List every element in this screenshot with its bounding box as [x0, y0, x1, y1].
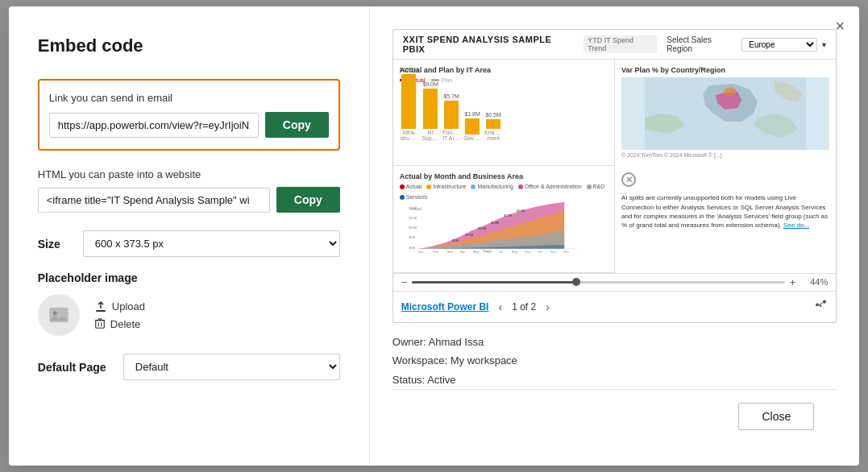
nav-prev-button[interactable]: ‹ — [498, 300, 502, 313]
preview-left-col: Actual and Plan by IT Area Actual Plan $… — [393, 60, 615, 273]
modal-overlay: Embed code Link you can send in email Co… — [0, 0, 868, 472]
error-text: AI splits are currently unsupported both… — [621, 193, 829, 230]
bar-group-1: $15.2M Infra-structure — [400, 67, 418, 141]
meta-owner: Owner: Ahmad Issa — [392, 333, 837, 351]
legend-mfg: Manufacturing — [471, 184, 513, 189]
svg-text:$15M: $15M — [409, 216, 417, 220]
svg-text:May: May — [473, 250, 480, 254]
default-page-label: Default Page — [38, 361, 110, 374]
modal-right-panel: × XXIT SPEND ANALYSIS SAMPLE PBIX YTD IT… — [370, 6, 859, 466]
preview-region-row: Select Sales Region Europe North America… — [667, 35, 826, 53]
default-page-select[interactable]: Default Page 1 Page 2 — [123, 354, 340, 380]
delete-label: Delete — [110, 318, 141, 330]
bar-label-2: BISupport — [422, 130, 439, 141]
svg-text:Nov: Nov — [550, 250, 556, 254]
delete-button[interactable]: Delete — [94, 318, 145, 330]
svg-text:Month: Month — [483, 249, 492, 253]
svg-text:$11M: $11M — [465, 233, 473, 237]
close-icon-button[interactable]: × — [836, 18, 845, 34]
svg-text:$5M: $5M — [452, 238, 459, 242]
size-select[interactable]: 600 x 373.5 px 800 x 500 px 1024 x 640 p… — [83, 230, 340, 257]
svg-text:Mar: Mar — [447, 250, 454, 254]
powerbi-link[interactable]: Microsoft Power BI — [401, 301, 489, 313]
page-indicator: 1 of 2 — [512, 301, 536, 313]
link-section-box: Link you can send in email Copy — [38, 79, 340, 151]
html-section-label: HTML you can paste into a website — [38, 168, 340, 180]
svg-text:$24M: $24M — [517, 209, 525, 213]
svg-text:Jul: Jul — [499, 250, 503, 254]
preview-body: Actual and Plan by IT Area Actual Plan $… — [393, 60, 836, 273]
preview-header: XXIT SPEND ANALYSIS SAMPLE PBIX YTD IT S… — [393, 30, 836, 60]
preview-report-tag: YTD IT Spend Trend — [584, 35, 657, 53]
svg-text:$24M: $24M — [409, 206, 417, 210]
bar-group-3: $5.7M FunctionalIT Area — [442, 93, 460, 141]
placeholder-controls: Upload Delete — [38, 294, 340, 336]
meta-section: Owner: Ahmad Issa Workspace: My workspac… — [392, 323, 837, 389]
html-input-row: Copy — [38, 187, 340, 213]
svg-text:$0M: $0M — [409, 246, 415, 250]
modal-footer: Close — [392, 389, 837, 443]
meta-workspace: Workspace: My workspace — [392, 351, 837, 370]
close-modal-button[interactable]: Close — [738, 403, 814, 430]
size-section: Size 600 x 373.5 px 800 x 500 px 1024 x … — [38, 230, 340, 257]
svg-text:$27M: $27M — [504, 213, 512, 217]
bar-governance — [465, 118, 480, 135]
html-iframe-input[interactable] — [38, 188, 270, 213]
legend-rd: R&D — [587, 184, 605, 189]
map-placeholder — [621, 77, 829, 150]
area-chart-label: Actual by Month and Business Area — [400, 172, 608, 180]
bar-bisupport — [423, 89, 438, 129]
map-panel: Var Plan % by Country/Region — [615, 60, 836, 166]
nav-next-button[interactable]: › — [546, 300, 550, 313]
copy-link-button[interactable]: Copy — [265, 112, 329, 138]
legend-actual: Actual — [400, 184, 422, 189]
bar-chart-bars: $15.2M Infra-structure $9.0M BISupport — [400, 86, 608, 143]
placeholder-label: Placeholder image — [38, 271, 340, 284]
svg-text:Aug: Aug — [512, 250, 517, 254]
zoom-slider[interactable] — [412, 281, 784, 284]
legend-office: Office & Administration — [518, 184, 582, 189]
svg-text:$5M: $5M — [409, 235, 415, 239]
embed-code-modal: Embed code Link you can send in email Co… — [9, 6, 859, 466]
preview-region-label: Select Sales Region — [667, 35, 737, 53]
zoom-plus-button[interactable]: + — [790, 277, 796, 288]
map-attribution: © 2024 TomTom © 2024 Microsoft © [...] — [621, 152, 829, 158]
image-icon — [48, 304, 70, 326]
svg-text:$19M: $19M — [491, 221, 499, 225]
map-svg — [621, 77, 829, 150]
svg-text:$16M: $16M — [478, 226, 486, 230]
bar-infrastructure — [401, 74, 416, 129]
zoom-bar: − + 44% — [393, 273, 836, 291]
trash-icon — [94, 318, 106, 329]
placeholder-section: Placeholder image — [38, 271, 340, 336]
error-panel: ✕ AI splits are currently unsupported bo… — [615, 166, 836, 272]
bar-chart-panel: Actual and Plan by IT Area Actual Plan $… — [393, 60, 614, 166]
bar-label-1: Infra-structure — [400, 130, 417, 141]
bar-enablement — [486, 119, 500, 129]
zoom-minus-button[interactable]: − — [401, 277, 408, 288]
svg-text:Feb: Feb — [433, 250, 439, 254]
size-label: Size — [38, 238, 70, 250]
copy-html-button[interactable]: Copy — [276, 187, 340, 213]
link-url-input[interactable] — [49, 113, 259, 138]
preview-region-select[interactable]: Europe North America — [741, 38, 817, 52]
meta-status: Status: Active — [392, 371, 837, 389]
default-page-section: Default Page Default Page 1 Page 2 — [38, 354, 340, 380]
placeholder-icon — [38, 294, 80, 336]
bar-group-5: $0.5M Enable-ment — [484, 112, 502, 141]
bar-label-3: FunctionalIT Area — [442, 130, 460, 141]
bar-group-4: $1.8M Governance — [463, 111, 481, 141]
svg-point-1 — [53, 311, 57, 315]
zoom-percent-label: 44% — [800, 277, 828, 287]
placeholder-actions: Upload Delete — [94, 300, 145, 330]
svg-text:$10M: $10M — [409, 226, 417, 230]
share-icon[interactable] — [813, 298, 828, 316]
preview-right-col: Var Plan % by Country/Region — [615, 60, 836, 273]
error-link[interactable]: See do... — [783, 222, 809, 229]
svg-text:Dec: Dec — [563, 250, 569, 254]
bar-label-5: Enable-ment — [484, 130, 502, 141]
svg-rect-3 — [96, 321, 105, 329]
upload-button[interactable]: Upload — [94, 300, 145, 313]
bar-group-2: $9.0M BISupport — [422, 81, 439, 141]
legend-infra: Infrastructure — [426, 184, 466, 189]
